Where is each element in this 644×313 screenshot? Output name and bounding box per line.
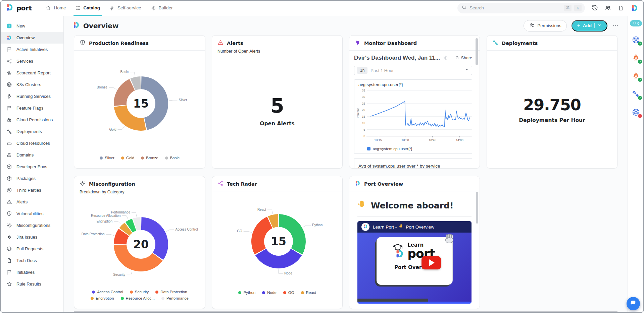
sidebar-item-deployments[interactable]: Deployments	[0, 126, 63, 137]
sidebar-item-vulnerabilities[interactable]: Vulnerabilities	[0, 208, 63, 220]
youtube-play-button[interactable]	[422, 256, 441, 269]
legend-item-encryption[interactable]: Encryption	[91, 296, 114, 300]
tech-radar-legend: PythonNodeGOReact	[230, 290, 324, 299]
rail-entity-k8s-0[interactable]	[632, 36, 641, 45]
sidebar-item-services[interactable]: Services	[0, 55, 63, 67]
tech-radar-donut-chart[interactable]: PythonNodeGOReact15	[212, 191, 343, 290]
legend-item-access-control[interactable]: Access Control	[92, 290, 123, 294]
add-button[interactable]: + Add	[572, 20, 607, 32]
legend-item-python[interactable]: Python	[238, 291, 255, 295]
legend-item-silver[interactable]: Silver	[100, 156, 114, 160]
legend-item-basic[interactable]: Basic	[165, 156, 180, 160]
widget-title: Misconfiguration	[89, 181, 135, 187]
legend-item-node[interactable]: Node	[262, 291, 277, 295]
legend-dot	[262, 291, 265, 294]
sidebar-item-developer-envs[interactable]: Developer Envs	[0, 161, 63, 173]
tab-home[interactable]: Home	[41, 0, 70, 16]
legend-item-bronze[interactable]: Bronze	[141, 156, 158, 160]
dashboard-settings-icon[interactable]	[443, 55, 448, 61]
cpu-by-service-panel: Avg of system.cpu.user over * by service	[354, 158, 472, 169]
svg-text:35: 35	[362, 89, 365, 92]
sidebar-item-label: Services	[16, 59, 33, 64]
docs-icon[interactable]	[618, 5, 624, 11]
chat-button[interactable]	[627, 297, 640, 310]
sidebar-item-label: Scorecard Report	[16, 70, 51, 75]
legend-item-react[interactable]: React	[301, 291, 316, 295]
cpu-legend-label: avg:system.cpu.user{*}	[373, 147, 412, 151]
sidebar-item-feature-flags[interactable]: Feature Flags	[0, 102, 63, 114]
sidebar-item-misconfigurations[interactable]: Misconfigurations	[0, 220, 63, 231]
legend-item-go[interactable]: GO	[283, 291, 294, 295]
misconfiguration-donut-chart[interactable]: Access ControlSecurityData ProtectionEnc…	[74, 198, 205, 289]
tab-builder[interactable]: Builder	[146, 0, 178, 16]
history-icon[interactable]	[592, 5, 598, 11]
sidebar-item-label: Running Services	[16, 94, 51, 99]
sidebar-item-cloud-permissions[interactable]: Cloud Permissions	[0, 114, 63, 126]
sidebar-item-label: Cloud Permissions	[16, 117, 53, 122]
share-button[interactable]: Share	[455, 55, 472, 61]
legend-item-gold[interactable]: Gold	[121, 156, 134, 160]
rail-entity-k8s-4[interactable]	[632, 108, 641, 117]
more-options-button[interactable]	[612, 22, 619, 29]
sidebar-item-tech-docs[interactable]: Tech Docs	[0, 255, 63, 266]
legend-item-security[interactable]: Security	[130, 290, 149, 294]
widget-title: Tech Radar	[227, 181, 257, 187]
cpu-line-chart[interactable]: 0510152025303513:1513:3013:4514:00Percen…	[356, 87, 470, 146]
production-readiness-donut-chart[interactable]: SilverGoldBronzeBasic15	[74, 51, 205, 155]
sidebar-item-k8s-clusters[interactable]: K8s Clusters	[0, 79, 63, 90]
sidebar-item-cloud-resources[interactable]: Cloud Resources	[0, 137, 63, 149]
port-overview-scrollbar[interactable]	[476, 192, 478, 224]
sidebar-item-domains[interactable]: Domains	[0, 149, 63, 161]
legend-item-data-protection[interactable]: Data Protection	[155, 290, 187, 294]
widget-port-overview: Port Overview Welcome aboard! Learn Port…	[349, 176, 480, 309]
chevron-down-icon[interactable]	[597, 23, 602, 28]
svg-text:Gold: Gold	[109, 128, 116, 131]
tab-self-service[interactable]: Self-service	[105, 0, 146, 16]
rail-entity-deploy-3[interactable]	[632, 90, 641, 99]
time-range-label: Past 1 Hour	[370, 68, 461, 73]
learn-port-logo-icon	[395, 249, 405, 259]
widget-monitor-dashboard: Monitor Dashboard Dvir's Dashboard Wed, …	[349, 35, 480, 169]
sidebar-item-scorecard-report[interactable]: Scorecard Report	[0, 67, 63, 79]
graduation-cap-icon	[392, 242, 403, 249]
rail-entity-rocket-1[interactable]	[632, 54, 641, 63]
sidebar-item-third-parties[interactable]: Third Parties	[0, 184, 63, 196]
sidebar-item-alerts[interactable]: Alerts	[0, 196, 63, 208]
port-logo[interactable]: port	[5, 3, 32, 13]
sidebar-item-rule-results[interactable]: Rule Results	[0, 278, 63, 290]
permissions-button[interactable]: Permissions	[524, 20, 567, 32]
port-logo-icon	[355, 180, 361, 188]
svg-text:Encryption: Encryption	[97, 220, 112, 223]
sidebar-item-active-initiatives[interactable]: Active Initiatives	[0, 44, 63, 55]
time-range-select[interactable]: 1h Past 1 Hour	[354, 66, 472, 75]
legend-dot	[100, 156, 103, 160]
user-avatar[interactable]	[631, 4, 639, 12]
sidebar-item-label: K8s Clusters	[16, 82, 41, 87]
legend-item-resource-alloc[interactable]: Resource Alloc...	[121, 296, 155, 300]
tab-catalog[interactable]: Catalog	[71, 0, 105, 16]
search-input[interactable]: Search ⌘ K	[457, 3, 585, 13]
sidebar-item-packages[interactable]: Packages	[0, 173, 63, 184]
sidebar-item-jira-issues[interactable]: Jira Issues	[0, 231, 63, 243]
legend-item-performance[interactable]: Performance	[161, 296, 189, 300]
rail-entity-rocket-2[interactable]	[632, 72, 641, 81]
svg-text:20: 20	[133, 238, 149, 251]
sidebar-item-new[interactable]: New	[0, 20, 63, 32]
share-up-icon	[455, 55, 459, 61]
monitor-scrollbar[interactable]	[476, 38, 478, 65]
svg-text:Security: Security	[113, 273, 125, 276]
horizontal-scrollbar[interactable]	[74, 311, 617, 313]
youtube-video-embed[interactable]: Learn Port - Port Overview	[357, 221, 472, 304]
svg-text:13:15: 13:15	[374, 138, 382, 142]
deployments-per-hour-label: Deployments Per Hour	[519, 117, 585, 123]
sidebar-item-initiatives[interactable]: Initiatives	[0, 266, 63, 278]
sidebar-item-label: Pull Requests	[16, 246, 43, 251]
invite-users-icon[interactable]	[605, 5, 611, 11]
svg-text:Basic: Basic	[120, 70, 129, 74]
sidebar-item-overview[interactable]: Overview	[0, 32, 63, 44]
sidebar-item-running-services[interactable]: Running Services	[0, 90, 63, 102]
nav-right: Search ⌘ K	[457, 3, 639, 13]
sidebar-item-pull-requests[interactable]: Pull Requests	[0, 243, 63, 255]
legend-dot	[91, 297, 94, 300]
sync-count-badge[interactable]: 0	[630, 20, 642, 26]
